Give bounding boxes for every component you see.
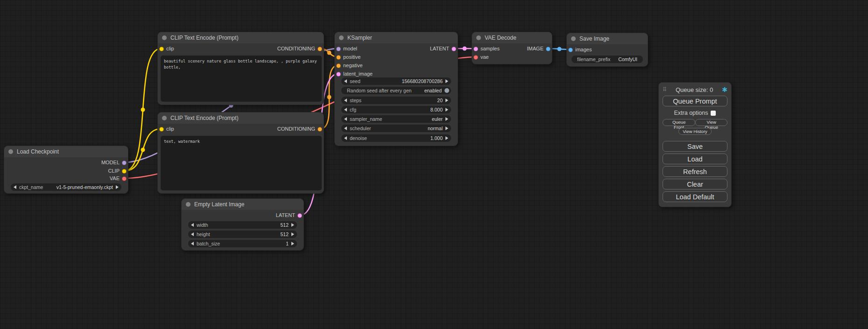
node-vae-decode-header[interactable]: VAE Decode: [472, 32, 552, 43]
extra-options-checkbox[interactable]: [711, 111, 716, 116]
widget-name: scheduler: [350, 126, 371, 131]
input-port-negative[interactable]: [336, 63, 341, 68]
input-port-clip[interactable]: [159, 47, 164, 51]
collapse-toggle-icon[interactable]: [8, 149, 13, 154]
node-title: Empty Latent Image: [194, 201, 244, 208]
prev-value-arrow-icon[interactable]: [344, 117, 347, 121]
decrease-arrow-icon[interactable]: [344, 136, 347, 140]
output-port-latent[interactable]: [452, 47, 456, 51]
input-port-clip[interactable]: [159, 127, 164, 132]
node-clip-text-encode-positive[interactable]: CLIP Text Encode (Prompt) clip CONDITION…: [157, 32, 324, 105]
decrease-arrow-icon[interactable]: [344, 98, 347, 102]
collapse-toggle-icon[interactable]: [162, 35, 167, 40]
negative-prompt-textarea[interactable]: text, watermark: [161, 136, 322, 190]
output-port-model[interactable]: [122, 161, 127, 165]
prev-value-arrow-icon[interactable]: [14, 185, 16, 189]
input-port-model[interactable]: [336, 47, 341, 51]
output-port-conditioning[interactable]: [318, 127, 322, 132]
increase-arrow-icon[interactable]: [445, 108, 448, 112]
queue-prompt-button[interactable]: Queue Prompt: [663, 96, 727, 106]
widget-filename-prefix[interactable]: filename_prefix ComfyUI: [572, 56, 643, 63]
input-port-vae[interactable]: [473, 55, 478, 60]
decrease-arrow-icon[interactable]: [344, 79, 347, 83]
input-label-latent-image: latent_image: [343, 71, 373, 77]
collapse-toggle-icon[interactable]: [476, 35, 481, 40]
settings-gear-icon[interactable]: ✱: [722, 86, 727, 93]
drag-handle-icon[interactable]: ⠿: [663, 87, 667, 92]
node-load-checkpoint-header[interactable]: Load Checkpoint: [4, 146, 128, 157]
queue-menu-panel[interactable]: ⠿ Queue size: 0 ✱ Queue Prompt Extra opt…: [658, 82, 732, 207]
output-port-vae[interactable]: [122, 176, 127, 181]
prev-value-arrow-icon[interactable]: [344, 126, 347, 130]
node-clip-text-encode-positive-header[interactable]: CLIP Text Encode (Prompt): [158, 32, 324, 43]
next-value-arrow-icon[interactable]: [116, 185, 119, 189]
node-clip-text-encode-negative-header[interactable]: CLIP Text Encode (Prompt): [158, 112, 324, 124]
toggle-knob-icon[interactable]: [445, 88, 449, 93]
widget-seed[interactable]: seed 156680208700286: [341, 77, 451, 85]
link-midpoint-dot: [141, 108, 145, 112]
output-label-model: MODEL: [101, 160, 120, 165]
output-port-clip[interactable]: [122, 169, 127, 174]
next-value-arrow-icon[interactable]: [445, 126, 448, 130]
input-port-positive[interactable]: [336, 55, 341, 60]
view-queue-button[interactable]: View Queue: [695, 119, 727, 126]
increase-arrow-icon[interactable]: [291, 232, 294, 236]
widget-steps[interactable]: steps 20: [341, 97, 451, 104]
node-load-checkpoint[interactable]: Load Checkpoint MODEL CLIP VAE ckpt_name…: [4, 146, 128, 194]
input-port-images[interactable]: [568, 48, 573, 52]
input-port-samples[interactable]: [473, 47, 478, 51]
increase-arrow-icon[interactable]: [291, 242, 294, 245]
widget-batch-size[interactable]: batch_size 1: [188, 240, 297, 247]
node-clip-text-encode-negative[interactable]: CLIP Text Encode (Prompt) clip CONDITION…: [157, 112, 324, 194]
decrease-arrow-icon[interactable]: [344, 108, 347, 112]
load-default-button[interactable]: Load Default: [663, 191, 727, 202]
view-history-button[interactable]: View History: [678, 128, 712, 135]
link-midpoint-dot: [141, 148, 145, 152]
node-ksampler[interactable]: KSampler model LATENT positive negative …: [334, 32, 458, 146]
widget-sampler-name[interactable]: sampler_name euler: [341, 115, 451, 123]
widget-width[interactable]: width 512: [188, 221, 297, 229]
node-graph-canvas[interactable]: Load Checkpoint MODEL CLIP VAE ckpt_name…: [0, 0, 868, 329]
collapse-toggle-icon[interactable]: [162, 116, 167, 120]
queue-size-label: Queue size: 0: [667, 86, 722, 93]
output-port-conditioning[interactable]: [318, 47, 322, 51]
widget-name: filename_prefix: [577, 56, 610, 62]
increase-arrow-icon[interactable]: [445, 98, 448, 102]
collapse-toggle-icon[interactable]: [571, 36, 576, 41]
increase-arrow-icon[interactable]: [445, 79, 448, 83]
load-button[interactable]: Load: [663, 154, 727, 164]
widget-denoise[interactable]: denoise 1.000: [341, 134, 451, 142]
node-vae-decode[interactable]: VAE Decode samples IMAGE vae: [472, 32, 552, 64]
increase-arrow-icon[interactable]: [291, 223, 294, 227]
widget-random-seed-toggle[interactable]: Random seed after every gen enabled: [341, 87, 451, 94]
widget-value: 512: [280, 231, 289, 237]
input-label-negative: negative: [343, 63, 363, 68]
node-save-image[interactable]: Save Image images filename_prefix ComfyU…: [566, 33, 648, 67]
positive-prompt-textarea[interactable]: beautiful scenery nature glass bottle la…: [161, 56, 322, 102]
widget-scheduler[interactable]: scheduler normal: [341, 125, 451, 132]
output-port-image[interactable]: [546, 47, 550, 51]
decrease-arrow-icon[interactable]: [191, 232, 194, 236]
widget-value: 20: [437, 98, 443, 103]
decrease-arrow-icon[interactable]: [191, 242, 194, 245]
widget-cfg[interactable]: cfg 8.000: [341, 106, 451, 113]
refresh-button[interactable]: Refresh: [663, 166, 727, 177]
increase-arrow-icon[interactable]: [445, 136, 448, 140]
input-port-latent-image[interactable]: [336, 72, 341, 77]
queue-front-button[interactable]: Queue Front: [663, 119, 695, 126]
node-empty-latent-image[interactable]: Empty Latent Image LATENT width 512 heig…: [181, 198, 304, 251]
node-empty-latent-image-header[interactable]: Empty Latent Image: [182, 199, 303, 210]
widget-height[interactable]: height 512: [188, 231, 297, 238]
clear-button[interactable]: Clear: [663, 179, 727, 189]
output-port-latent[interactable]: [297, 213, 302, 218]
collapse-toggle-icon[interactable]: [186, 202, 191, 207]
collapse-toggle-icon[interactable]: [339, 35, 344, 40]
next-value-arrow-icon[interactable]: [445, 117, 448, 121]
output-label-conditioning: CONDITIONING: [277, 126, 315, 132]
node-save-image-header[interactable]: Save Image: [567, 33, 648, 44]
widget-ckpt-name[interactable]: ckpt_name v1-5-pruned-emaonly.ckpt: [11, 183, 121, 191]
save-button[interactable]: Save: [663, 141, 727, 152]
widget-value: 1.000: [430, 135, 443, 141]
decrease-arrow-icon[interactable]: [191, 223, 194, 227]
node-ksampler-header[interactable]: KSampler: [335, 32, 458, 43]
